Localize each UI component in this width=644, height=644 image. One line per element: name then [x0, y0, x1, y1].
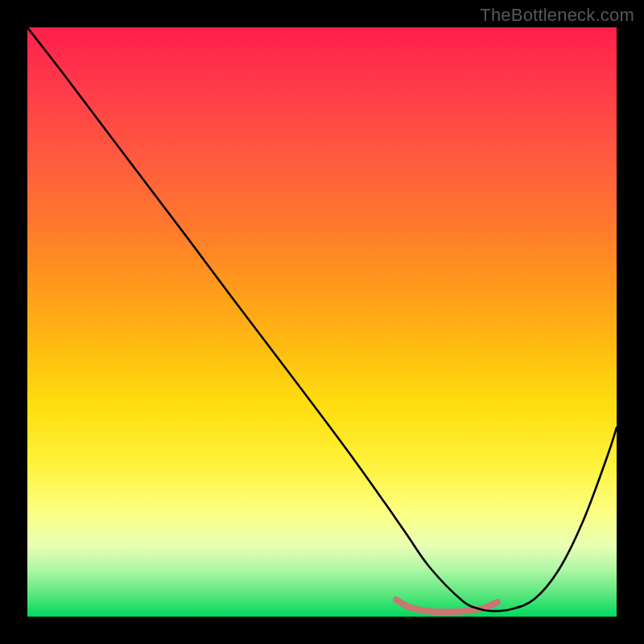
curve-line — [27, 27, 617, 617]
chart-stage: TheBottleneck.com — [0, 0, 644, 644]
watermark-text: TheBottleneck.com — [480, 5, 634, 26]
plot-area — [27, 27, 617, 617]
